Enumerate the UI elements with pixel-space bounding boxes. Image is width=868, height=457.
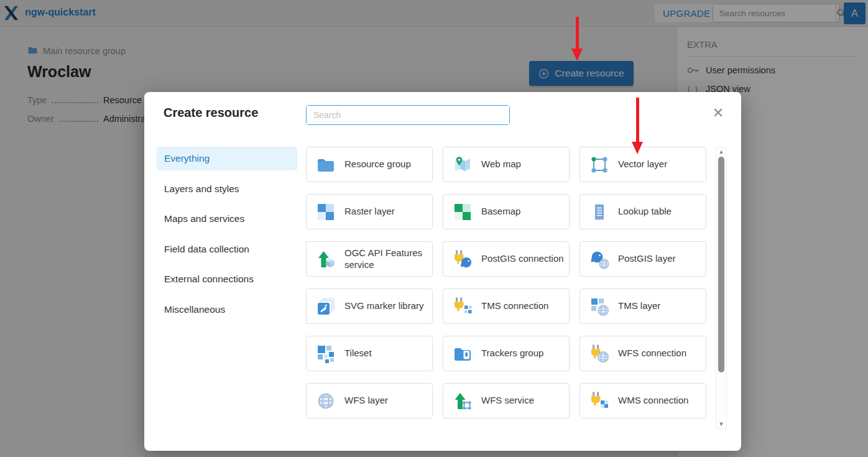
resource-card-label: Tileset xyxy=(344,348,372,359)
wfs-layer-icon xyxy=(316,391,336,411)
resource-card-label: TMS layer xyxy=(618,300,660,312)
raster-layer-card[interactable]: Raster layer xyxy=(306,194,433,229)
scroll-down-icon[interactable]: ▼ xyxy=(716,420,726,428)
category-label: Miscellaneous xyxy=(164,304,225,315)
modal-search xyxy=(306,105,510,125)
resource-card-label: PostGIS connection xyxy=(481,253,564,265)
resource-card-label: PostGIS layer xyxy=(618,253,676,265)
wfs-connection-icon xyxy=(589,344,609,364)
resource-group-card[interactable]: Resource group xyxy=(306,147,433,182)
tileset-card[interactable]: Tileset xyxy=(306,336,433,371)
modal-category-list: Everything Layers and styles Maps and se… xyxy=(157,147,297,328)
modal-category-layers-and-styles[interactable]: Layers and styles xyxy=(157,177,297,201)
wfs-layer-card[interactable]: WFS layer xyxy=(306,383,433,418)
create-resource-modal: Create resource ✕ Everything Layers and … xyxy=(144,92,741,451)
modal-category-external-connections[interactable]: External connections xyxy=(157,267,297,291)
resource-card-label: Resource group xyxy=(344,159,411,170)
tileset-icon xyxy=(316,344,336,364)
resource-card-label: Web map xyxy=(481,159,521,170)
postgis-connection-card[interactable]: PostGIS connection xyxy=(443,241,570,277)
web-map-card[interactable]: Web map xyxy=(443,147,570,182)
postgis-layer-card[interactable]: PostGIS layer xyxy=(579,241,706,277)
modal-category-everything[interactable]: Everything xyxy=(157,147,297,170)
category-label: Field data collection xyxy=(164,244,249,254)
close-icon[interactable]: ✕ xyxy=(709,104,727,122)
resource-card-label: WFS layer xyxy=(344,395,388,407)
wfs-connection-card[interactable]: WFS connection xyxy=(579,336,706,371)
resource-card-label: WFS service xyxy=(481,395,534,407)
resource-card-label: SVG marker library xyxy=(344,300,424,312)
ogc-api-features-service-card[interactable]: OGC API Features service xyxy=(306,241,433,277)
category-label: External connections xyxy=(164,274,254,284)
tms-layer-card[interactable]: TMS layer xyxy=(579,289,706,324)
trackers-group-card[interactable]: Trackers group xyxy=(443,336,570,371)
tms-connection-icon xyxy=(453,297,473,316)
resource-card-label: Raster layer xyxy=(344,206,395,218)
tms-layer-icon xyxy=(589,297,609,316)
wfs-service-icon xyxy=(453,391,473,411)
resource-card-label: TMS connection xyxy=(481,300,548,312)
modal-title: Create resource xyxy=(164,106,258,120)
modal-search-input[interactable] xyxy=(307,106,509,124)
trackers-group-icon xyxy=(453,344,473,364)
vector-layer-card[interactable]: Vector layer xyxy=(579,147,706,182)
resource-card-label: Vector layer xyxy=(618,159,667,170)
modal-scrollbar: ▲ ▼ xyxy=(716,147,727,429)
svg-marker-library-icon xyxy=(316,297,336,316)
resource-card-label: Trackers group xyxy=(481,348,543,359)
wms-connection-card[interactable]: WMS connection xyxy=(579,383,706,418)
screen: ngw-quickstart UPGRADE A Main resource g… xyxy=(0,0,868,457)
resource-card-label: Lookup table xyxy=(618,206,672,218)
basemap-icon xyxy=(453,202,473,222)
postgis-layer-icon xyxy=(589,249,609,269)
resource-card-label: WMS connection xyxy=(618,395,688,407)
tms-connection-card[interactable]: TMS connection xyxy=(443,289,570,324)
raster-layer-icon xyxy=(316,202,336,222)
modal-category-miscellaneous[interactable]: Miscellaneous xyxy=(157,298,297,321)
lookup-table-card[interactable]: Lookup table xyxy=(579,194,706,229)
category-label: Maps and services xyxy=(164,213,244,224)
basemap-card[interactable]: Basemap xyxy=(443,194,570,229)
vector-layer-icon xyxy=(589,155,609,175)
resource-card-label: WFS connection xyxy=(618,348,686,359)
resource-grid: Resource group Web map Vector layer Rast… xyxy=(306,147,706,418)
lookup-table-icon xyxy=(589,202,609,222)
resource-card-label: OGC API Features service xyxy=(344,247,427,271)
ogc-api-features-icon xyxy=(316,249,336,269)
web-map-icon xyxy=(453,155,473,175)
resource-group-icon xyxy=(316,155,336,175)
wfs-service-card[interactable]: WFS service xyxy=(443,383,570,418)
resource-card-label: Basemap xyxy=(481,206,520,218)
scroll-up-icon[interactable]: ▲ xyxy=(716,148,726,155)
scrollbar-thumb[interactable] xyxy=(718,157,724,372)
postgis-connection-icon xyxy=(453,249,473,269)
category-label: Layers and styles xyxy=(164,183,239,194)
modal-category-maps-and-services[interactable]: Maps and services xyxy=(157,207,297,231)
modal-category-field-data-collection[interactable]: Field data collection xyxy=(157,238,297,261)
category-label: Everything xyxy=(164,153,210,164)
wms-connection-icon xyxy=(589,391,609,411)
svg-marker-library-card[interactable]: SVG marker library xyxy=(306,289,433,324)
